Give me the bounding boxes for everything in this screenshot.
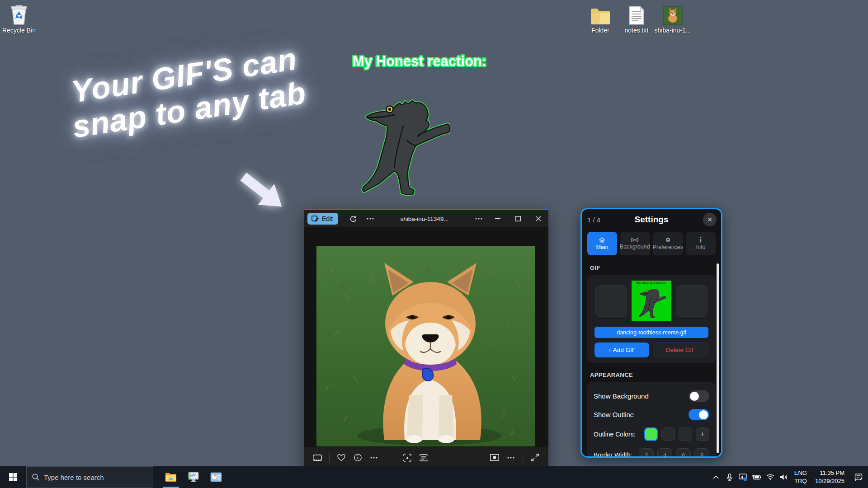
hero-caption: Your GIF'S can snap to any tab [5, 32, 368, 154]
taskbar-search[interactable]: Type here to search [26, 466, 153, 488]
recycle-bin-icon [0, 4, 38, 25]
tray-microphone-icon[interactable] [723, 466, 736, 488]
info-icon[interactable] [349, 450, 366, 465]
desktop-icon-label: notes.txt [618, 27, 656, 34]
maximize-button[interactable] [508, 210, 528, 227]
desktop-icon-notes-txt[interactable]: notes.txt [618, 4, 656, 34]
photo-viewer-window: Edit shiba-inu-11349... [304, 209, 548, 466]
tab-info[interactable]: Info [686, 232, 716, 255]
delete-gif-button[interactable]: Delete GIF [653, 343, 708, 357]
tab-label: Preferences [653, 244, 683, 250]
more-tools-icon[interactable] [503, 450, 519, 465]
reaction-caption-text: My Honest reaction: [353, 53, 486, 69]
toothless-gif-overlay[interactable] [360, 95, 450, 198]
settings-scrollbar[interactable] [717, 263, 719, 453]
slideshow-icon[interactable] [486, 450, 503, 465]
show-outline-toggle[interactable] [689, 409, 709, 420]
desktop-icon-label: Folder [581, 27, 619, 34]
desktop-icon-folder[interactable]: Folder [581, 4, 619, 34]
show-outline-label: Show Outline [594, 411, 634, 418]
tab-background[interactable]: Background [620, 232, 650, 255]
border-width-option[interactable]: 6 [676, 448, 691, 458]
favorite-icon[interactable] [333, 450, 349, 465]
gif-thumbnail-empty-left[interactable] [595, 285, 627, 317]
gif-thumbnail-empty-right[interactable] [676, 285, 708, 317]
language-indicator[interactable]: ENG TRQ [791, 469, 811, 485]
gear-icon [665, 237, 671, 243]
taskbar-file-explorer[interactable] [160, 466, 182, 488]
desktop-icon-recycle-bin[interactable]: Recycle Bin [0, 4, 38, 34]
filmstrip-icon[interactable] [309, 450, 326, 465]
photo-viewer-toolbar [304, 447, 548, 468]
text-actions-icon[interactable] [415, 450, 432, 465]
fullscreen-icon[interactable] [527, 450, 543, 465]
taskbar-task-manager[interactable] [182, 466, 205, 488]
see-more-right-icon[interactable] [470, 212, 487, 225]
gif-card: My Honest reaction: dancing-toothless-me… [587, 275, 716, 363]
toothless-thumbnail-icon [638, 286, 666, 319]
tab-label: Main [596, 244, 608, 250]
border-width-option[interactable]: 4 [657, 448, 672, 458]
windows-logo-icon [9, 473, 17, 481]
window-title: shiba-inu-11349... [379, 216, 470, 222]
photo-canvas [304, 227, 548, 447]
settings-close-button[interactable]: ✕ [703, 213, 717, 226]
taskbar-clock[interactable]: 11:35 PM 10/29/2025 [811, 469, 849, 485]
show-background-toggle[interactable] [689, 390, 709, 402]
toolbar-divider [329, 453, 330, 463]
desktop-icon-label: Recycle Bin [0, 27, 38, 34]
desktop-icon-label: shiba-inu-1... [654, 27, 692, 34]
tray-volume-icon[interactable] [777, 466, 791, 488]
appearance-card: Show Background Show Outline Outline Col… [587, 382, 716, 458]
hero-arrow-icon [235, 168, 298, 224]
clock-date: 10/29/2025 [815, 477, 844, 485]
tray-chevron-icon[interactable] [709, 466, 723, 488]
add-gif-button[interactable]: + Add GIF [594, 343, 649, 357]
taskbar-gif-app[interactable] [205, 466, 227, 488]
outline-colors-label: Outline Colors: [594, 431, 636, 438]
text-file-icon [618, 4, 656, 25]
thumbnail-caption: My Honest reaction: [632, 282, 671, 285]
gif-thumbnail-active[interactable]: My Honest reaction: [632, 281, 671, 321]
tray-cast-icon[interactable] [736, 466, 750, 488]
edit-button[interactable]: Edit [307, 213, 338, 225]
taskbar: Type here to search [0, 466, 868, 488]
language-bottom: TRQ [794, 477, 807, 485]
tab-main[interactable]: Main [587, 232, 617, 255]
search-placeholder: Type here to search [44, 474, 104, 481]
border-width-option[interactable]: 8 [694, 448, 709, 458]
more-options-icon[interactable] [366, 450, 382, 465]
start-button[interactable] [0, 466, 26, 488]
add-outline-color-button[interactable]: + [696, 427, 709, 441]
close-button[interactable] [528, 210, 548, 227]
info-glyph-icon [699, 237, 702, 243]
photo-viewer-titlebar[interactable]: Edit shiba-inu-11349... [304, 210, 548, 227]
clock-time: 11:35 PM [815, 469, 844, 477]
outline-color-swatch-empty[interactable] [679, 427, 692, 441]
desktop-icon-shiba-image[interactable]: shiba-inu-1... [654, 4, 692, 34]
border-width-option[interactable]: 2 [639, 448, 654, 458]
rotate-icon[interactable] [344, 212, 362, 225]
outline-color-swatch-green[interactable] [644, 427, 658, 441]
tray-wifi-icon[interactable] [764, 466, 777, 488]
edit-button-label: Edit [322, 215, 333, 222]
folder-icon [581, 4, 619, 25]
outline-color-swatch-empty[interactable] [661, 427, 675, 441]
minimize-button[interactable] [487, 210, 508, 227]
tab-label: Info [696, 244, 706, 250]
language-top: ENG [794, 469, 807, 477]
settings-title: Settings [582, 215, 721, 225]
see-more-left-icon[interactable] [362, 212, 379, 225]
reaction-caption: My Honest reaction: [343, 49, 496, 74]
appearance-section-heading: APPEARANCE [590, 371, 713, 378]
zoom-to-fit-icon[interactable] [399, 450, 415, 465]
tab-label: Background [620, 244, 650, 250]
system-tray: ENG TRQ 11:35 PM 10/29/2025 [709, 466, 868, 488]
settings-header: 1 / 4 Settings ✕ [582, 209, 721, 230]
background-icon [631, 238, 638, 242]
gif-filename[interactable]: dancing-toothless-meme.gif [594, 327, 708, 338]
border-width-label: Border Width: [594, 451, 632, 458]
action-center-icon[interactable] [849, 466, 868, 488]
tray-battery-icon[interactable] [750, 466, 764, 488]
tab-preferences[interactable]: Preferences [653, 232, 683, 255]
